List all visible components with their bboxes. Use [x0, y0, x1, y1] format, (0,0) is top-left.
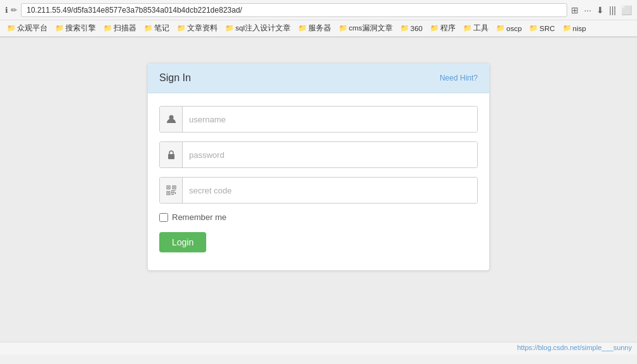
- status-url: https://blog.csdn.net/simple___sunny: [517, 344, 632, 351]
- folder-icon: 📁: [103, 24, 112, 32]
- bookmark-item[interactable]: 📁 扫描器: [100, 23, 140, 34]
- folder-icon: 📁: [430, 24, 439, 32]
- info-icon: ℹ: [5, 6, 8, 15]
- user-svg: [166, 114, 176, 124]
- username-input[interactable]: [183, 107, 477, 132]
- bookmark-label: 笔记: [154, 23, 169, 33]
- bookmark-item[interactable]: 📁 工具: [460, 23, 492, 34]
- bookmark-item[interactable]: 📁 服务器: [295, 23, 334, 34]
- signin-card: Sign In Need Hint?: [147, 63, 490, 271]
- folder-icon: 📁: [55, 24, 64, 32]
- bookmark-item[interactable]: 📁 nisp: [560, 23, 589, 33]
- bookmark-label: nisp: [573, 25, 586, 32]
- svg-rect-12: [175, 190, 176, 191]
- folder-icon: 📁: [400, 24, 409, 32]
- svg-rect-10: [171, 192, 173, 193]
- folder-icon: 📁: [7, 24, 16, 32]
- browser-chrome: ℹ ✏ 10.211.55.49/d5fa314e8577e3a7b8534a0…: [0, 0, 637, 37]
- url-text: 10.211.55.49/d5fa314e8577e3a7b8534a014b4…: [27, 6, 242, 15]
- url-bar[interactable]: 10.211.55.49/d5fa314e8577e3a7b8534a014b4…: [21, 3, 567, 17]
- user-icon: [160, 107, 183, 132]
- remember-row: Remember me: [159, 212, 478, 222]
- qr-svg: [166, 185, 176, 195]
- signin-body: Remember me Login: [148, 93, 489, 270]
- address-bar: ℹ ✏ 10.211.55.49/d5fa314e8577e3a7b8534a0…: [0, 0, 637, 20]
- bookmark-label: 搜索引擎: [65, 23, 96, 33]
- svg-rect-13: [175, 192, 176, 194]
- folder-icon: 📁: [225, 24, 234, 32]
- browser-actions: ⊞ ··· ⬇ ||| ⬜: [571, 5, 632, 15]
- bookmark-label: cms漏洞文章: [349, 23, 393, 33]
- bookmark-label: 程序: [440, 23, 456, 33]
- password-input-group: [159, 141, 478, 168]
- folder-icon: 📁: [496, 24, 505, 32]
- svg-rect-3: [167, 187, 169, 188]
- qr-icon[interactable]: ⊞: [571, 5, 579, 15]
- folder-icon: 📁: [144, 24, 153, 32]
- bookmark-label: 工具: [473, 23, 489, 33]
- svg-rect-7: [167, 193, 169, 194]
- bookmark-item[interactable]: 📁 sql注入设计文章: [222, 23, 294, 34]
- bookmark-label: 服务器: [308, 23, 331, 33]
- status-bar: https://blog.csdn.net/simple___sunny: [0, 342, 637, 354]
- bookmark-label: 扫描器: [114, 23, 136, 33]
- lock-icon: [160, 142, 183, 167]
- bookmarks-bar: 📁 众观平台 📁 搜索引擎 📁 扫描器 📁 笔记 📁 文章资料 📁 sql注入设…: [0, 20, 637, 37]
- username-input-group: [159, 106, 478, 133]
- bookmark-item[interactable]: 📁 笔记: [141, 23, 173, 34]
- signin-header: Sign In Need Hint?: [148, 63, 489, 93]
- folder-icon: 📁: [177, 24, 186, 32]
- signin-title: Sign In: [159, 72, 191, 84]
- bookmark-item[interactable]: 📁 搜索引擎: [52, 23, 99, 34]
- secret-code-input[interactable]: [183, 178, 477, 203]
- bookmark-label: 文章资料: [187, 23, 218, 33]
- bookmark-label: sql注入设计文章: [235, 23, 291, 33]
- bookmark-item[interactable]: 📁 cms漏洞文章: [336, 23, 396, 34]
- bookmark-item[interactable]: 📁 众观平台: [4, 23, 51, 34]
- svg-rect-5: [173, 187, 174, 188]
- folder-icon: 📁: [529, 24, 538, 32]
- bookmark-item[interactable]: 📁 oscp: [493, 23, 525, 33]
- bookmark-label: oscp: [506, 25, 522, 32]
- extensions-icon[interactable]: ⬜: [621, 5, 632, 15]
- bookmark-item[interactable]: 📁 360: [397, 23, 426, 33]
- security-info: ℹ ✏: [5, 6, 17, 15]
- bookmark-item[interactable]: 📁 程序: [427, 23, 459, 34]
- login-button[interactable]: Login: [159, 232, 206, 252]
- folder-icon: 📁: [463, 24, 472, 32]
- secret-code-input-group: [159, 177, 478, 204]
- bookmark-item[interactable]: 📁 文章资料: [174, 23, 221, 34]
- edit-icon: ✏: [11, 6, 17, 15]
- folder-icon: 📁: [298, 24, 307, 32]
- svg-rect-1: [168, 154, 174, 159]
- download-icon[interactable]: ⬇: [596, 5, 604, 15]
- main-content: Sign In Need Hint?: [0, 37, 637, 342]
- svg-rect-9: [173, 190, 174, 192]
- library-icon[interactable]: |||: [609, 5, 616, 15]
- svg-rect-11: [173, 192, 174, 193]
- lock-svg: [166, 150, 176, 160]
- bookmark-label: SRC: [539, 25, 555, 32]
- remember-checkbox[interactable]: [159, 213, 168, 222]
- folder-icon: 📁: [339, 24, 348, 32]
- svg-rect-8: [171, 190, 173, 192]
- remember-label: Remember me: [172, 212, 227, 222]
- bookmark-item[interactable]: 📁 SRC: [526, 23, 558, 33]
- bookmark-label: 众观平台: [17, 23, 48, 33]
- bookmark-label: 360: [410, 25, 423, 32]
- folder-icon: 📁: [563, 24, 572, 32]
- qr-code-icon: [160, 178, 183, 203]
- svg-rect-14: [171, 194, 174, 195]
- password-input[interactable]: [183, 142, 477, 167]
- more-icon[interactable]: ···: [584, 5, 591, 15]
- need-hint-link[interactable]: Need Hint?: [440, 74, 478, 82]
